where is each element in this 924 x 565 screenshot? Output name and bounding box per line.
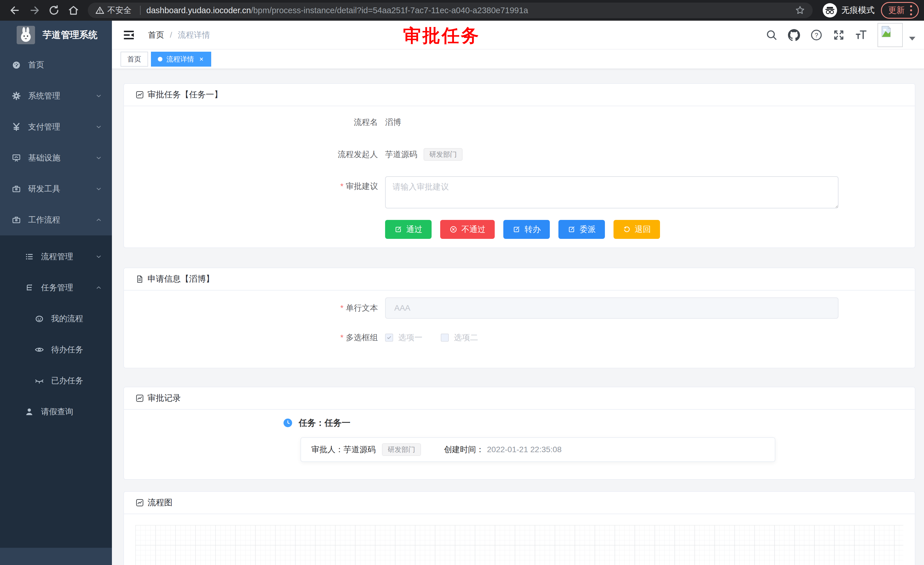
face-icon [34, 314, 44, 323]
form-row-checkboxes: *多选框组 选项一 选项二 [124, 332, 915, 343]
user-icon [24, 407, 34, 416]
task-title: 任务：任务一 [299, 417, 350, 429]
created-time: 2022-01-21 22:35:08 [487, 445, 562, 454]
tag-active-dot [158, 57, 162, 62]
toolbox-icon [12, 184, 21, 194]
tag-label: 首页 [128, 54, 141, 64]
broken-image-icon [880, 25, 892, 38]
browser-update-button[interactable]: 更新 [881, 2, 919, 19]
search-icon[interactable] [766, 29, 778, 41]
approve-task-card: 审批任务【任务一】 流程名 滔博 流程发起人 芋道源码 研发部门 *审批建议 [123, 83, 915, 248]
edit-icon [568, 225, 576, 233]
sidebar-item-leave-query[interactable]: 请假查询 [0, 396, 112, 427]
tag-process-detail[interactable]: 流程详情 [151, 52, 211, 67]
github-icon[interactable] [788, 29, 800, 41]
checkbox-option-1: 选项一 [385, 332, 422, 343]
app-title: 芋道管理系统 [42, 29, 98, 41]
sidebar-item-label: 待办任务 [51, 344, 83, 355]
bpmn-diagram-canvas[interactable] [135, 525, 903, 565]
form-row-comment: *审批建议 [124, 176, 915, 209]
forward-icon[interactable] [29, 5, 40, 16]
card-title: 流程图 [147, 497, 172, 508]
clock-dot-icon [283, 418, 292, 427]
sidebar-item-done-tasks[interactable]: 已办任务 [0, 365, 112, 396]
document-icon [135, 275, 144, 283]
page-content: 审批任务【任务一】 流程名 滔博 流程发起人 芋道源码 研发部门 *审批建议 [112, 69, 924, 565]
sidebar-item-payment[interactable]: 支付管理 [0, 111, 112, 143]
sidebar-item-task-mgmt[interactable]: 任务管理 [0, 272, 112, 303]
incognito-icon [822, 3, 837, 18]
chevron-up-icon [95, 216, 102, 223]
avatar[interactable] [878, 23, 903, 47]
eye-closed-icon [34, 376, 44, 386]
avatar-caret-icon[interactable] [909, 37, 915, 41]
sidebar-item-devtools[interactable]: 研发工具 [0, 173, 112, 204]
sidebar-item-label: 基础设施 [28, 152, 60, 163]
card-header: 流程图 [124, 492, 915, 514]
sidebar-item-workflow[interactable]: 工作流程 [0, 204, 112, 236]
sidebar-item-todo-tasks[interactable]: 待办任务 [0, 334, 112, 365]
card-body: 流程名 滔博 流程发起人 芋道源码 研发部门 *审批建议 [124, 106, 915, 248]
security-label[interactable]: 不安全 [107, 5, 131, 16]
sidebar: 芋道管理系统 首页 系统管理 支付管理 基础设施 研发工具 工作 [0, 21, 112, 565]
sidebar-item-process-mgmt[interactable]: 流程管理 [0, 241, 112, 272]
initiator-name: 芋道源码 [385, 149, 417, 160]
initiator-value: 芋道源码 研发部门 [385, 148, 463, 161]
edit-icon [513, 225, 520, 233]
fullscreen-icon[interactable] [833, 29, 845, 41]
url-text[interactable]: dashboard.yudao.iocoder.cn/bpm/process-i… [146, 6, 795, 15]
button-label: 退回 [635, 224, 651, 235]
chart-icon [135, 498, 144, 507]
browser-toolbar: 不安全 dashboard.yudao.iocoder.cn/bpm/proce… [0, 0, 924, 21]
dept-tag: 研发部门 [423, 148, 463, 161]
card-body: 任务：任务一 审批人： 芋道源码 研发部门 创建时间： 2022-01-21 2… [124, 410, 915, 479]
approval-comment-input[interactable] [385, 176, 838, 209]
approver-name: 芋道源码 [344, 444, 376, 455]
help-icon[interactable]: ? [810, 29, 822, 41]
chevron-down-icon [95, 92, 102, 99]
workflow-submenu: 流程管理 任务管理 我的流程 待办任务 已办任务 请假 [0, 236, 112, 548]
user-avatar-menu[interactable] [878, 23, 915, 47]
sidebar-item-label: 我的流程 [51, 313, 83, 324]
sidebar-item-label: 任务管理 [41, 282, 73, 293]
sidebar-item-infra[interactable]: 基础设施 [0, 143, 112, 173]
card-header: 审批任务【任务一】 [124, 84, 915, 106]
breadcrumb: 首页 / 流程详情 [148, 30, 210, 41]
tree-icon [24, 283, 34, 293]
sidebar-item-label: 工作流程 [28, 215, 60, 225]
sidebar-item-home[interactable]: 首页 [0, 50, 112, 80]
reject-button[interactable]: 不通过 [440, 220, 495, 239]
undo-icon [623, 225, 631, 233]
browser-menu-icon[interactable] [909, 4, 913, 17]
checkbox-label: 选项一 [398, 332, 422, 343]
tag-close-icon[interactable] [199, 56, 204, 62]
chevron-down-icon [95, 185, 102, 192]
font-size-icon[interactable] [855, 29, 867, 41]
back-icon[interactable] [9, 5, 21, 16]
annotation-text: 审批任务 [403, 24, 480, 48]
delegate-button[interactable]: 委派 [558, 220, 605, 239]
collapse-sidebar-icon[interactable] [122, 29, 135, 42]
home-icon[interactable] [68, 5, 79, 16]
top-navbar: 首页 / 流程详情 审批任务 ? [112, 21, 924, 50]
card-title: 审批任务【任务一】 [147, 89, 222, 101]
breadcrumb-home[interactable]: 首页 [148, 30, 164, 41]
process-name-value: 滔博 [385, 117, 401, 128]
tag-home[interactable]: 首页 [120, 52, 148, 67]
sidebar-item-my-process[interactable]: 我的流程 [0, 303, 112, 334]
reload-icon[interactable] [48, 5, 60, 16]
button-label: 转办 [525, 224, 541, 235]
transfer-button[interactable]: 转办 [503, 220, 550, 239]
checkbox-group: 选项一 选项二 [385, 332, 478, 343]
return-button[interactable]: 退回 [614, 220, 660, 239]
sidebar-item-system[interactable]: 系统管理 [0, 80, 112, 111]
approve-button[interactable]: 通过 [385, 220, 432, 239]
bookmark-star-icon[interactable] [795, 5, 805, 15]
approval-records-card: 审批记录 任务：任务一 审批人： 芋道源码 研发部门 创建时间： 2022-01… [123, 387, 915, 480]
monitor-icon [12, 153, 21, 163]
edit-icon [394, 225, 402, 233]
field-label: *多选框组 [124, 332, 378, 343]
chevron-down-icon [95, 123, 102, 130]
address-bar[interactable]: 不安全 dashboard.yudao.iocoder.cn/bpm/proce… [88, 3, 813, 18]
app-logo-row[interactable]: 芋道管理系统 [0, 21, 112, 50]
